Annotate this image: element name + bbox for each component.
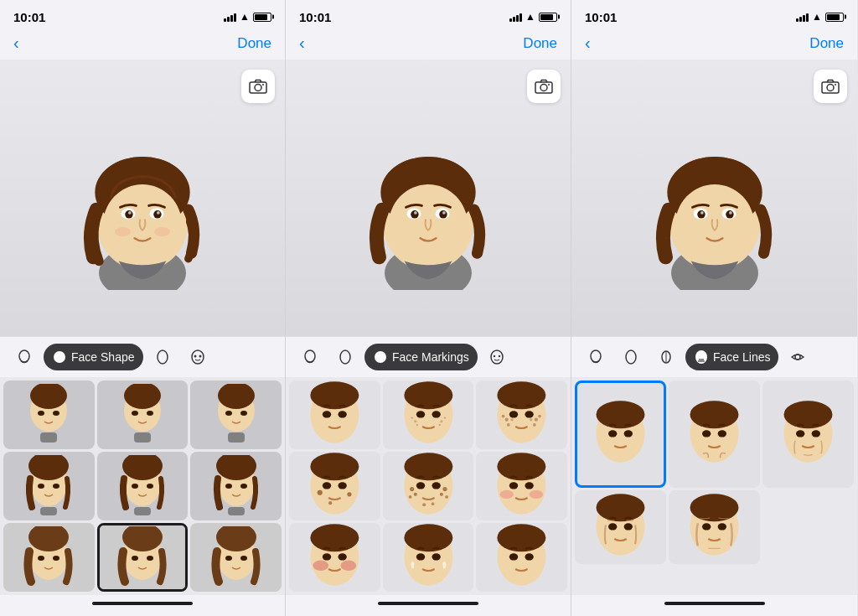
svg-point-138 (310, 524, 359, 551)
tab-oval-3[interactable] (615, 344, 647, 370)
face-shape-tab-icon (52, 349, 67, 365)
grid-cell-2-1[interactable] (3, 452, 95, 520)
svg-point-98 (443, 417, 445, 418)
lines-cell-4[interactable] (575, 490, 666, 564)
back-button-2[interactable]: ‹ (299, 34, 305, 53)
svg-point-92 (416, 411, 424, 417)
lines-cell-2[interactable] (669, 380, 760, 488)
status-bar-3: 10:01 ▲ (571, 0, 857, 30)
camera-button-3[interactable] (814, 70, 847, 103)
face-shape-grid-1 (0, 377, 285, 595)
back-button-1[interactable]: ‹ (13, 34, 19, 53)
svg-point-20 (192, 350, 204, 364)
marking-cell-2[interactable] (383, 380, 474, 449)
svg-point-21 (194, 355, 196, 358)
wifi-icon-3: ▲ (812, 11, 822, 23)
tab-face2-1[interactable] (182, 344, 214, 370)
camera-button-1[interactable] (241, 70, 275, 103)
svg-point-165 (729, 211, 732, 215)
svg-point-118 (328, 501, 332, 505)
svg-point-195 (718, 523, 726, 530)
svg-point-35 (225, 411, 232, 416)
grid-cell-3-1[interactable] (3, 523, 95, 592)
svg-rect-52 (228, 507, 245, 515)
svg-point-184 (796, 430, 804, 437)
tab-face-lines-3[interactable]: Face Lines (685, 344, 778, 370)
status-time-3: 10:01 (585, 10, 617, 24)
marking-cell-1[interactable] (289, 380, 380, 449)
svg-point-85 (499, 355, 500, 357)
grid-cell-1-2[interactable] (97, 380, 189, 449)
svg-point-170 (695, 350, 707, 364)
head-tab-icon-3 (588, 349, 603, 365)
svg-point-46 (147, 484, 153, 489)
back-button-3[interactable]: ‹ (585, 34, 591, 53)
marking-cell-4[interactable] (289, 452, 380, 520)
face-lines-tab-icon-3 (694, 349, 709, 365)
svg-point-51 (240, 484, 247, 489)
svg-point-84 (494, 355, 495, 357)
svg-point-114 (323, 482, 331, 489)
lines-cell-empty (762, 490, 854, 593)
status-icons-3: ▲ (796, 11, 844, 23)
tab-face3-2[interactable] (481, 344, 513, 370)
svg-point-105 (502, 415, 505, 418)
grid-cell-1-3[interactable] (190, 380, 282, 449)
lines-cell-1[interactable] (575, 380, 666, 488)
grid-cell-3-2[interactable] (97, 523, 189, 592)
svg-point-1 (255, 85, 261, 91)
done-button-2[interactable]: Done (523, 35, 557, 52)
marking-cell-7[interactable] (289, 523, 380, 592)
lines-cell-5[interactable] (669, 490, 760, 564)
oval2-tab-icon-3 (659, 349, 674, 365)
marking-cell-8[interactable] (383, 523, 474, 592)
svg-point-22 (199, 355, 201, 358)
tab-eye-3[interactable] (782, 344, 814, 370)
tab-head-icon-1[interactable] (8, 344, 40, 370)
svg-point-189 (624, 523, 633, 530)
avatar-3 (639, 97, 790, 298)
svg-point-188 (608, 523, 617, 530)
grid-cell-3-3[interactable] (190, 523, 282, 592)
svg-point-150 (525, 553, 534, 560)
avatar-area-1 (0, 60, 285, 336)
tab-face-markings-2[interactable]: Face Markings (364, 344, 478, 370)
svg-point-176 (608, 430, 617, 437)
marking-cell-6[interactable] (476, 452, 567, 520)
svg-point-110 (533, 423, 536, 427)
svg-point-121 (416, 482, 424, 489)
svg-point-149 (509, 553, 518, 560)
svg-point-36 (240, 411, 247, 416)
avatar-area-3 (571, 60, 857, 336)
svg-point-101 (498, 381, 546, 409)
head-tab-icon-1 (17, 349, 32, 365)
tab-oval2-3[interactable] (650, 344, 682, 370)
done-button-1[interactable]: Done (237, 35, 271, 52)
status-time-1: 10:01 (13, 10, 45, 24)
marking-cell-3[interactable] (476, 380, 567, 449)
done-button-3[interactable]: Done (809, 35, 844, 52)
grid-cell-2-3[interactable] (190, 452, 282, 520)
svg-point-129 (422, 503, 426, 506)
marking-cell-9[interactable] (476, 523, 567, 592)
status-bar-2: 10:01 ▲ (286, 0, 571, 30)
grid-cell-2-2[interactable] (97, 452, 189, 520)
camera-icon-3 (821, 79, 840, 94)
tab-oval-2[interactable] (329, 344, 361, 370)
tab-head-3[interactable] (580, 344, 612, 370)
svg-point-88 (323, 411, 331, 417)
svg-point-108 (535, 418, 538, 422)
lines-cell-3[interactable] (762, 380, 854, 488)
tab-oval-1[interactable] (147, 344, 178, 370)
svg-rect-27 (40, 432, 57, 443)
panel-face-shape: 10:01 ▲ ‹ Done (0, 0, 286, 616)
grid-cell-1-1[interactable] (3, 380, 95, 449)
camera-button-2[interactable] (527, 70, 561, 103)
marking-cell-5[interactable] (383, 452, 474, 520)
tab-head-2[interactable] (294, 344, 326, 370)
tab-face-shape-1[interactable]: Face Shape (44, 344, 143, 370)
svg-point-128 (445, 495, 448, 499)
svg-rect-42 (40, 507, 57, 515)
avatar-1 (67, 97, 218, 298)
tab-face-lines-label: Face Lines (713, 350, 770, 364)
